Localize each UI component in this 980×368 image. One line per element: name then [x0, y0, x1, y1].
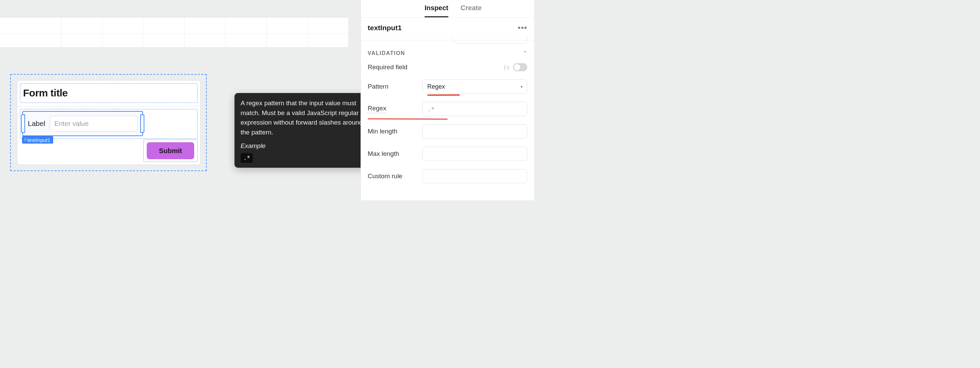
- min-length-input[interactable]: [422, 124, 527, 139]
- regex-input[interactable]: .*: [422, 102, 527, 116]
- form-component[interactable]: Form title Label Enter value ⠿ textInput…: [17, 80, 200, 165]
- submit-button[interactable]: Submit: [147, 142, 194, 159]
- required-toggle[interactable]: [513, 63, 527, 71]
- tooltip-example-label: Example: [240, 141, 361, 151]
- tooltip: A regex pattern that the input value mus…: [234, 93, 361, 168]
- chevron-up-icon[interactable]: ⌃: [523, 50, 527, 56]
- text-input-label: Label: [28, 120, 45, 128]
- custom-rule-input[interactable]: [422, 169, 527, 183]
- max-length-input[interactable]: [422, 147, 527, 161]
- pattern-dropdown[interactable]: Regex ▾: [422, 80, 527, 94]
- label-min-length: Min length: [368, 128, 398, 135]
- label-regex: Regex: [368, 104, 386, 114]
- tab-create[interactable]: Create: [461, 4, 482, 17]
- chevron-down-icon: ▾: [520, 84, 523, 89]
- canvas[interactable]: Form title Label Enter value ⠿ textInput…: [0, 0, 361, 200]
- text-input-component-selected[interactable]: Label Enter value: [22, 111, 143, 136]
- section-validation-title[interactable]: VALIDATION: [368, 50, 405, 56]
- pattern-dropdown-value: Regex: [427, 83, 445, 90]
- label-custom-rule: Custom rule: [368, 173, 402, 180]
- background-table-component[interactable]: [0, 17, 349, 48]
- label-pattern: Pattern: [368, 83, 388, 90]
- label-max-length: Max length: [368, 150, 399, 157]
- label-required-field: Required field: [368, 64, 407, 71]
- divider: [17, 106, 200, 106]
- text-input-field[interactable]: Enter value: [50, 116, 138, 131]
- inspector-panel: Inspect Create textInput1 ••• VALIDATION…: [361, 0, 534, 200]
- tooltip-body: A regex pattern that the input value mus…: [240, 98, 361, 137]
- tab-inspect[interactable]: Inspect: [425, 4, 448, 17]
- more-menu-icon[interactable]: •••: [518, 26, 527, 30]
- submit-selection: Submit: [143, 139, 197, 162]
- selected-component-name: textInput1: [368, 24, 402, 32]
- component-name-tag[interactable]: ⠿ textInput1: [22, 136, 53, 144]
- annotation-underline: [427, 94, 460, 96]
- form-title-selection[interactable]: Form title: [20, 83, 197, 103]
- component-name-tag-label: textInput1: [27, 137, 51, 143]
- drag-handle-icon[interactable]: ⠿: [24, 138, 26, 142]
- panel-tabs: Inspect Create: [361, 0, 534, 18]
- fx-button[interactable]: ƒx: [503, 64, 510, 71]
- form-title: Form title: [23, 87, 68, 99]
- truncated-field-above[interactable]: [453, 37, 527, 43]
- tooltip-example-code: .*: [240, 153, 253, 163]
- annotation-underline: [368, 118, 448, 120]
